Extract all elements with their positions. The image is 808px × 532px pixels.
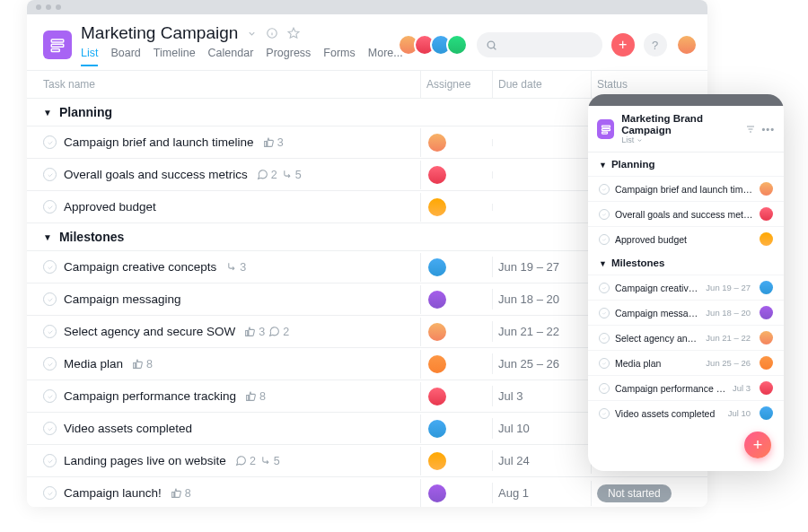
assignee-avatar[interactable]: [760, 182, 773, 196]
due-date[interactable]: [492, 139, 591, 146]
due-date[interactable]: [492, 171, 591, 179]
assignee-avatar[interactable]: [426, 483, 448, 504]
complete-checkbox[interactable]: [43, 168, 57, 181]
chevron-down-icon[interactable]: [247, 29, 257, 39]
complete-checkbox[interactable]: [43, 260, 57, 274]
mobile-task-row[interactable]: Video assets completedJul 10: [588, 400, 784, 425]
assignee-avatar[interactable]: [760, 232, 773, 246]
due-date[interactable]: [492, 204, 591, 211]
due-date[interactable]: Jul 24: [492, 450, 591, 471]
assignee-avatar[interactable]: [426, 321, 448, 343]
complete-checkbox[interactable]: [43, 422, 57, 435]
complete-checkbox[interactable]: [599, 383, 610, 394]
complete-checkbox[interactable]: [43, 454, 57, 467]
assignee-avatar[interactable]: [426, 386, 448, 407]
assignee-avatar[interactable]: [426, 353, 448, 375]
add-button[interactable]: +: [611, 33, 635, 57]
complete-checkbox[interactable]: [43, 486, 57, 500]
status-pill[interactable]: Not started: [597, 484, 672, 502]
complete-checkbox[interactable]: [599, 333, 610, 344]
complete-checkbox[interactable]: [599, 358, 610, 369]
assignee-avatar[interactable]: [426, 132, 448, 153]
caret-down-icon: ▼: [43, 108, 52, 118]
member-avatars[interactable]: [403, 34, 468, 56]
star-icon[interactable]: [287, 27, 300, 39]
tab-list[interactable]: List: [81, 47, 98, 66]
mobile-section-header[interactable]: ▼Planning: [588, 153, 784, 176]
window-dot: [36, 4, 41, 10]
task-name: Campaign creative concepts: [64, 260, 216, 274]
mobile-task-row[interactable]: Media planJun 25 – 26: [588, 350, 784, 375]
mobile-task-row[interactable]: Campaign creative conceptsJun 19 – 27: [588, 275, 784, 300]
complete-checkbox[interactable]: [599, 308, 610, 318]
mobile-task-row[interactable]: Campaign messagingJun 18 – 20: [588, 300, 784, 325]
likes-count: 8: [245, 390, 266, 403]
complete-checkbox[interactable]: [43, 200, 57, 214]
due-date[interactable]: Jul 10: [492, 418, 591, 439]
complete-checkbox[interactable]: [599, 209, 610, 220]
help-button[interactable]: ?: [644, 33, 667, 57]
assignee-avatar[interactable]: [426, 450, 448, 472]
due-date[interactable]: Jun 25 – 26: [492, 353, 591, 374]
project-header: Marketing Campaign ListBoardTimelineCale…: [27, 14, 707, 66]
complete-checkbox[interactable]: [43, 292, 57, 306]
assignee-avatar[interactable]: [760, 356, 773, 370]
assignee-avatar[interactable]: [760, 381, 773, 395]
complete-checkbox[interactable]: [599, 283, 610, 293]
assignee-avatar[interactable]: [760, 306, 773, 319]
mobile-task-row[interactable]: Overall goals and success metrics: [588, 201, 784, 226]
search-input[interactable]: [477, 32, 602, 57]
filter-icon[interactable]: [745, 124, 756, 135]
tab-timeline[interactable]: Timeline: [154, 47, 196, 66]
complete-checkbox[interactable]: [43, 325, 57, 338]
task-name: Campaign creative concepts: [615, 283, 700, 293]
assignee-avatar[interactable]: [426, 418, 448, 440]
task-name: Select agency and secure SOW: [64, 325, 235, 338]
section-name: Planning: [59, 105, 112, 119]
due-date[interactable]: Jul 3: [492, 386, 591, 406]
assignee-avatar[interactable]: [426, 196, 448, 218]
due-date[interactable]: Aug 1: [492, 483, 591, 503]
svg-point-7: [487, 41, 495, 48]
assignee-avatar[interactable]: [426, 257, 448, 278]
more-icon[interactable]: •••: [761, 124, 775, 135]
tab-progress[interactable]: Progress: [266, 47, 311, 66]
assignee-avatar[interactable]: [760, 331, 773, 344]
mobile-task-row[interactable]: Approved budget: [588, 226, 784, 251]
tab-board[interactable]: Board: [110, 47, 140, 66]
due-date[interactable]: Jun 21 – 22: [492, 321, 591, 342]
task-name: Campaign brief and launch timeline: [64, 135, 254, 149]
tab-forms[interactable]: Forms: [323, 47, 355, 66]
mobile-task-row[interactable]: Campaign performance trackingJul 3: [588, 375, 784, 400]
complete-checkbox[interactable]: [599, 184, 610, 195]
complete-checkbox[interactable]: [43, 389, 57, 403]
info-icon[interactable]: [266, 27, 278, 39]
task-name: Video assets completed: [64, 422, 192, 435]
task-name: Landing pages live on website: [64, 454, 226, 467]
task-name: Video assets completed: [615, 408, 723, 419]
mobile-task-row[interactable]: Campaign brief and launch timeline: [588, 176, 784, 201]
user-avatar[interactable]: [676, 34, 698, 56]
mobile-add-button[interactable]: +: [744, 432, 771, 458]
tab-more[interactable]: More...: [368, 47, 403, 66]
assignee-avatar[interactable]: [426, 289, 448, 310]
member-avatar[interactable]: [446, 34, 468, 56]
assignee-avatar[interactable]: [426, 164, 448, 186]
complete-checkbox[interactable]: [43, 357, 57, 371]
complete-checkbox[interactable]: [599, 408, 610, 419]
task-row[interactable]: Campaign launch! 8Aug 1Not started: [27, 477, 707, 507]
subtasks-count: 3: [225, 261, 246, 274]
due-date: Jun 18 – 20: [706, 308, 751, 318]
tab-calendar[interactable]: Calendar: [208, 47, 254, 66]
subtasks-count: 5: [281, 169, 302, 181]
assignee-avatar[interactable]: [760, 207, 773, 221]
due-date[interactable]: Jun 19 – 27: [492, 257, 591, 277]
complete-checkbox[interactable]: [43, 135, 57, 149]
assignee-avatar[interactable]: [760, 281, 773, 294]
mobile-section-header[interactable]: ▼Milestones: [588, 251, 784, 275]
due-date[interactable]: Jun 18 – 20: [492, 289, 591, 310]
assignee-avatar[interactable]: [760, 406, 773, 420]
comments-count: 2: [235, 455, 256, 467]
complete-checkbox[interactable]: [599, 234, 610, 245]
mobile-task-row[interactable]: Select agency and secure SOWJun 21 – 22: [588, 325, 784, 350]
